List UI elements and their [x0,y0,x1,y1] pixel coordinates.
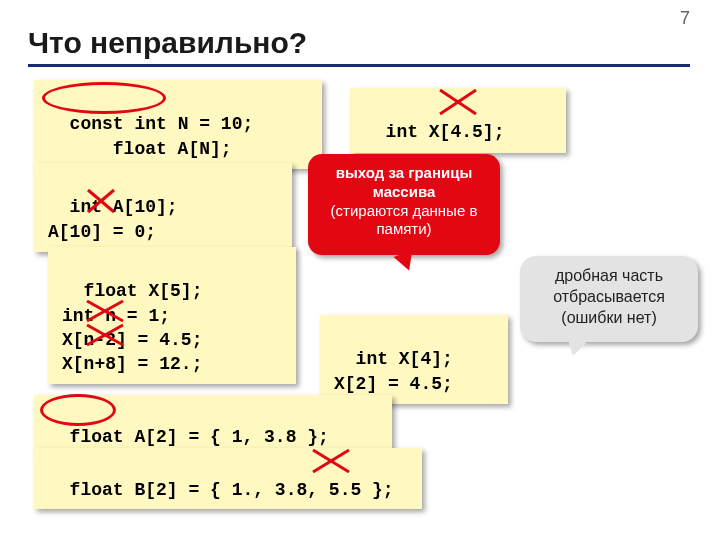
slide-title: Что неправильно? [28,26,307,60]
code-box-5: int X[4]; X[2] = 4.5; [320,315,508,404]
correction-oval-float [40,394,116,426]
cross-icon [85,323,125,347]
code-text: const int N = 10; float A[N]; [48,114,253,158]
cross-icon [85,299,125,323]
callout-small: (стираются данные в памяти) [331,202,478,238]
code-text: int X[4]; X[2] = 4.5; [334,349,453,393]
callout-line: (ошибки нет) [561,309,656,326]
callout-out-of-bounds: выход за границы массива (стираются данн… [308,154,500,255]
code-text: float B[2] = { 1., 3.8, 5.5 }; [70,480,394,500]
code-box-7: float B[2] = { 1., 3.8, 5.5 }; [34,448,422,509]
correction-oval-const-int [42,82,166,114]
code-box-3: int A[10]; A[10] = 0; [34,163,292,252]
cross-icon [86,188,116,214]
title-underline [28,64,690,67]
page-number: 7 [680,8,690,29]
callout-line: дробная часть [555,267,663,284]
cross-icon [311,448,351,474]
code-text: float X[5]; int n = 1; X[n-2] = 4.5; X[n… [62,281,202,374]
callout-bold: выход за границы массива [320,164,488,202]
callout-truncation: дробная часть отбрасывается (ошибки нет) [520,256,698,342]
cross-icon [438,88,478,116]
code-text: int X[4.5]; [386,122,505,142]
code-text: float A[2] = { 1, 3.8 }; [70,427,329,447]
callout-line: отбрасывается [553,288,665,305]
